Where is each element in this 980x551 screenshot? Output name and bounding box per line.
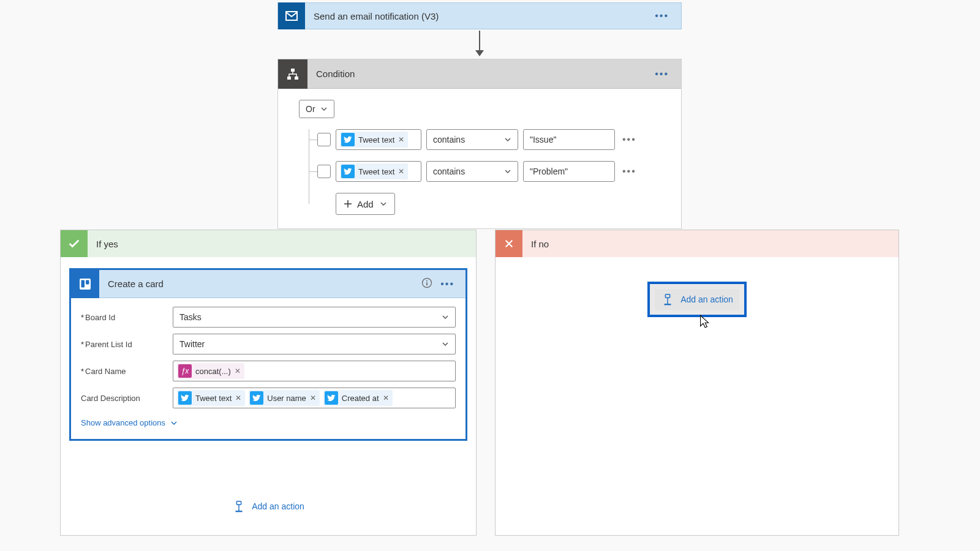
svg-rect-10 xyxy=(237,501,241,505)
condition-row-checkbox[interactable] xyxy=(317,133,331,146)
advanced-label: Show advanced options xyxy=(81,418,165,427)
svg-rect-1 xyxy=(291,69,295,72)
create-card-title: Create a card xyxy=(108,279,164,289)
add-action-no-wrap: Add an action xyxy=(496,257,899,335)
parent-list-row: *Parent List Id Twitter xyxy=(81,334,456,354)
condition-row: Tweet text ✕ contains ••• xyxy=(317,161,666,182)
expression-token: ƒx concat(...) ✕ xyxy=(177,363,244,379)
condition-header[interactable]: Condition ••• xyxy=(278,59,681,89)
condition-row-checkbox[interactable] xyxy=(317,165,331,178)
card-name-label: *Card Name xyxy=(81,367,173,376)
condition-card: Condition ••• Or Tweet text ✕ xyxy=(277,59,682,229)
condition-title: Condition xyxy=(316,69,355,79)
if-no-branch: If no Add an action xyxy=(495,230,899,536)
condition-icon xyxy=(278,59,307,89)
twitter-icon xyxy=(250,391,263,405)
board-id-label: *Board Id xyxy=(81,313,173,322)
svg-rect-11 xyxy=(666,294,670,298)
svg-rect-5 xyxy=(81,280,85,287)
check-icon xyxy=(61,230,88,257)
condition-operator-select[interactable]: contains xyxy=(426,161,518,182)
user-name-token: User name ✕ xyxy=(249,390,320,406)
condition-value-input[interactable] xyxy=(523,129,615,150)
svg-point-8 xyxy=(426,280,428,281)
token-text: Tweet text xyxy=(358,135,394,144)
if-no-title: If no xyxy=(531,239,549,249)
add-action-button-no[interactable]: Add an action xyxy=(655,289,739,310)
create-card-body: *Board Id Tasks *Parent List Id Twitter … xyxy=(71,298,466,439)
token-remove[interactable]: ✕ xyxy=(235,394,241,402)
add-action-label: Add an action xyxy=(252,501,304,511)
add-action-icon xyxy=(661,293,674,306)
show-advanced-options[interactable]: Show advanced options xyxy=(81,418,178,427)
mail-icon xyxy=(278,2,305,29)
if-no-header[interactable]: If no xyxy=(496,230,899,257)
twitter-icon xyxy=(325,391,338,405)
token-text: Created at xyxy=(342,394,379,403)
card-description-row: Card Description Tweet text ✕ xyxy=(81,388,456,408)
condition-tree: Tweet text ✕ contains ••• xyxy=(299,129,666,215)
trello-icon xyxy=(71,270,99,298)
add-action-button-yes[interactable]: Add an action xyxy=(226,496,311,517)
card-description-label: Card Description xyxy=(81,394,173,403)
condition-body: Or Tweet text ✕ contains xyxy=(278,89,681,228)
condition-row: Tweet text ✕ contains ••• xyxy=(317,129,666,150)
card-name-row: *Card Name ƒx concat(...) ✕ xyxy=(81,361,456,381)
add-action-label: Add an action xyxy=(680,294,733,304)
svg-rect-9 xyxy=(426,282,428,285)
board-id-value: Tasks xyxy=(179,312,202,322)
if-yes-title: If yes xyxy=(96,239,118,249)
condition-row-menu[interactable]: ••• xyxy=(622,166,636,177)
info-icon[interactable] xyxy=(421,277,433,291)
add-action-highlight: Add an action xyxy=(647,282,747,317)
condition-field[interactable]: Tweet text ✕ xyxy=(336,161,421,182)
card-description-input[interactable]: Tweet text ✕ User name ✕ xyxy=(173,388,456,408)
condition-operator-select[interactable]: contains xyxy=(426,129,518,150)
token-remove[interactable]: ✕ xyxy=(398,167,404,176)
email-step-title: Send an email notification (V3) xyxy=(314,11,439,21)
create-card-menu[interactable]: ••• xyxy=(440,279,454,290)
create-card-header[interactable]: Create a card ••• xyxy=(71,270,466,298)
tweet-text-token: Tweet text ✕ xyxy=(340,163,408,179)
token-remove[interactable]: ✕ xyxy=(310,394,316,402)
card-name-input[interactable]: ƒx concat(...) ✕ xyxy=(173,361,456,381)
twitter-icon xyxy=(178,391,192,405)
logic-operator-select[interactable]: Or xyxy=(299,100,334,118)
tweet-text-token: Tweet text ✕ xyxy=(177,390,245,406)
condition-field[interactable]: Tweet text ✕ xyxy=(336,129,421,150)
token-remove[interactable]: ✕ xyxy=(383,394,389,402)
add-action-yes-wrap: Add an action xyxy=(61,496,476,517)
parent-list-label: *Parent List Id xyxy=(81,340,173,349)
condition-value-input[interactable] xyxy=(523,161,615,182)
connector-arrow-head xyxy=(475,50,484,56)
operator-label: contains xyxy=(433,167,465,176)
token-text: User name xyxy=(267,394,306,403)
created-at-token: Created at ✕ xyxy=(323,390,393,406)
tree-rail xyxy=(309,129,309,204)
condition-menu[interactable]: ••• xyxy=(655,69,669,80)
close-icon xyxy=(496,230,522,257)
if-yes-branch: If yes Create a card ••• xyxy=(60,230,477,536)
board-id-select[interactable]: Tasks xyxy=(173,307,456,328)
board-id-row: *Board Id Tasks xyxy=(81,307,456,328)
fx-token-text: concat(...) xyxy=(195,367,231,376)
condition-row-menu[interactable]: ••• xyxy=(622,134,636,145)
operator-label: contains xyxy=(433,135,465,144)
condition-add-button[interactable]: Add xyxy=(336,193,395,215)
token-remove[interactable]: ✕ xyxy=(398,135,404,144)
email-step-menu[interactable]: ••• xyxy=(655,10,669,21)
tweet-text-token: Tweet text ✕ xyxy=(340,132,408,148)
svg-rect-3 xyxy=(295,77,298,80)
parent-list-select[interactable]: Twitter xyxy=(173,334,456,354)
twitter-icon xyxy=(341,133,355,146)
create-card-action: Create a card ••• *Board Id Tasks *Paren… xyxy=(69,268,467,441)
add-action-icon xyxy=(232,500,246,513)
email-step-card[interactable]: Send an email notification (V3) ••• xyxy=(277,2,682,29)
branches-container: If yes Create a card ••• xyxy=(60,230,943,536)
fx-icon: ƒx xyxy=(178,364,192,378)
svg-rect-2 xyxy=(287,77,291,80)
logic-operator-label: Or xyxy=(306,104,315,114)
if-yes-header[interactable]: If yes xyxy=(61,230,476,257)
token-remove[interactable]: ✕ xyxy=(235,367,241,375)
condition-add-label: Add xyxy=(357,199,374,209)
